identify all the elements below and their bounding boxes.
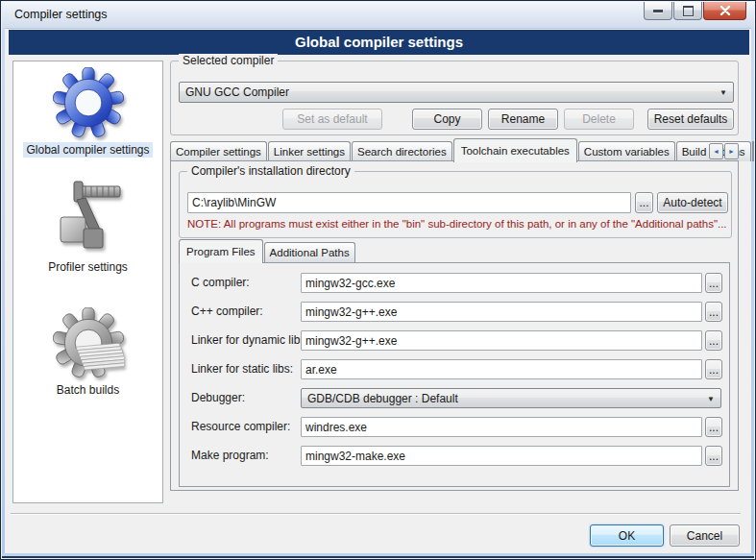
c-compiler-browse-button[interactable]: ... xyxy=(705,273,722,293)
sidebar-item-label: Profiler settings xyxy=(45,259,131,275)
static-linker-browse-button[interactable]: ... xyxy=(705,359,722,379)
cancel-button[interactable]: Cancel xyxy=(670,524,740,547)
sidebar-item-label: Batch builds xyxy=(54,382,122,398)
subtab-additional-paths[interactable]: Additional Paths xyxy=(264,242,355,262)
tab-compiler-settings[interactable]: Compiler settings xyxy=(170,141,267,161)
tab-search-directories[interactable]: Search directories xyxy=(352,141,452,161)
sidebar-item-profiler-settings[interactable]: Profiler settings xyxy=(13,179,162,275)
debugger-select-value: GDB/CDB debugger : Default xyxy=(307,392,458,405)
footer-divider xyxy=(11,513,741,515)
installation-directory-group-label: Compiler's installation directory xyxy=(187,164,354,178)
installation-directory-group: Compiler's installation directory ... Au… xyxy=(179,171,732,238)
tab-scroll-right-icon: ► xyxy=(728,148,735,155)
compiler-select[interactable]: GNU GCC Compiler ▼ xyxy=(179,82,734,103)
restore-icon xyxy=(683,6,694,16)
static-linker-input[interactable] xyxy=(301,359,702,379)
resource-compiler-browse-button[interactable]: ... xyxy=(705,417,722,437)
auto-detect-button[interactable]: Auto-detect xyxy=(657,192,728,213)
c-compiler-label: C compiler: xyxy=(191,273,250,293)
tab-custom-variables[interactable]: Custom variables xyxy=(578,141,675,161)
cpp-compiler-browse-button[interactable]: ... xyxy=(705,302,722,322)
c-compiler-input[interactable] xyxy=(301,273,702,293)
subtab-program-files[interactable]: Program Files xyxy=(179,239,263,263)
static-linker-label: Linker for static libs: xyxy=(191,359,293,379)
sidebar-item-global-compiler-settings[interactable]: Global compiler settings xyxy=(13,67,162,158)
set-as-default-button[interactable]: Set as default xyxy=(282,109,382,130)
window-border xyxy=(2,28,5,553)
tab-partial[interactable] xyxy=(752,141,754,161)
window-title: Compiler settings xyxy=(14,8,108,21)
chevron-down-icon: ▼ xyxy=(707,394,715,402)
dynamic-linker-label: Linker for dynamic libs: xyxy=(191,330,309,351)
sidebar-item-batch-builds[interactable]: Batch builds xyxy=(13,307,162,398)
debugger-label: Debugger: xyxy=(191,388,245,408)
minimize-icon xyxy=(653,10,663,12)
resource-compiler-input[interactable] xyxy=(301,417,702,437)
restore-button[interactable] xyxy=(673,2,702,20)
rename-button[interactable]: Rename xyxy=(488,109,558,130)
debugger-select[interactable]: GDB/CDB debugger : Default ▼ xyxy=(301,388,721,408)
make-program-input[interactable] xyxy=(301,446,702,466)
make-program-browse-button[interactable]: ... xyxy=(705,446,722,466)
selected-compiler-group: Selected compiler GNU GCC Compiler ▼ Set… xyxy=(170,61,739,135)
window-border xyxy=(751,28,754,553)
make-program-label: Make program: xyxy=(191,446,269,466)
tab-scroll-left-button[interactable]: ◄ xyxy=(709,143,723,159)
compiler-tab-strip: Compiler settings Linker settings Search… xyxy=(170,137,704,161)
tab-toolchain-executables[interactable]: Toolchain executables xyxy=(453,138,577,162)
selected-compiler-group-label: Selected compiler xyxy=(179,54,278,67)
window-border xyxy=(2,556,754,558)
dynamic-linker-browse-button[interactable]: ... xyxy=(705,330,722,351)
caliper-icon xyxy=(53,179,124,256)
close-button[interactable] xyxy=(703,2,746,20)
grey-gear-stack-icon xyxy=(53,307,124,378)
minimize-button[interactable] xyxy=(644,2,672,20)
tab-linker-settings[interactable]: Linker settings xyxy=(268,141,351,161)
blue-gear-icon xyxy=(53,67,124,138)
compiler-settings-dialog: Compiler settings Global compiler settin… xyxy=(0,0,756,560)
tab-scroll-left-icon: ◄ xyxy=(713,148,719,155)
delete-button[interactable]: Delete xyxy=(564,109,634,130)
toolchain-executables-page: Compiler's installation directory ... Au… xyxy=(170,160,739,491)
tab-scroll-right-button[interactable]: ► xyxy=(724,143,739,159)
settings-category-list: Global compiler settings Pro xyxy=(12,61,163,503)
resource-compiler-label: Resource compiler: xyxy=(191,417,290,437)
close-icon xyxy=(719,6,731,15)
compiler-select-value: GNU GCC Compiler xyxy=(185,85,289,99)
cpp-compiler-label: C++ compiler: xyxy=(191,302,263,322)
chevron-down-icon: ▼ xyxy=(719,88,727,97)
sidebar-item-label: Global compiler settings xyxy=(23,142,152,158)
installation-browse-button[interactable]: ... xyxy=(635,192,653,213)
window-controls xyxy=(644,2,746,20)
page-title: Global compiler settings xyxy=(9,30,749,55)
paths-tab-strip: Program Files Additional Paths xyxy=(179,239,467,262)
installation-note: NOTE: All programs must exist either in … xyxy=(187,218,727,230)
ok-button[interactable]: OK xyxy=(590,524,664,547)
program-files-page: C compiler: ... C++ compiler: ... Linker… xyxy=(179,262,730,487)
dynamic-linker-input[interactable] xyxy=(301,330,702,351)
reset-defaults-button[interactable]: Reset defaults xyxy=(647,109,734,130)
copy-button[interactable]: Copy xyxy=(412,109,482,130)
installation-directory-input[interactable] xyxy=(187,192,631,213)
cpp-compiler-input[interactable] xyxy=(301,302,702,322)
title-bar[interactable] xyxy=(2,2,754,29)
